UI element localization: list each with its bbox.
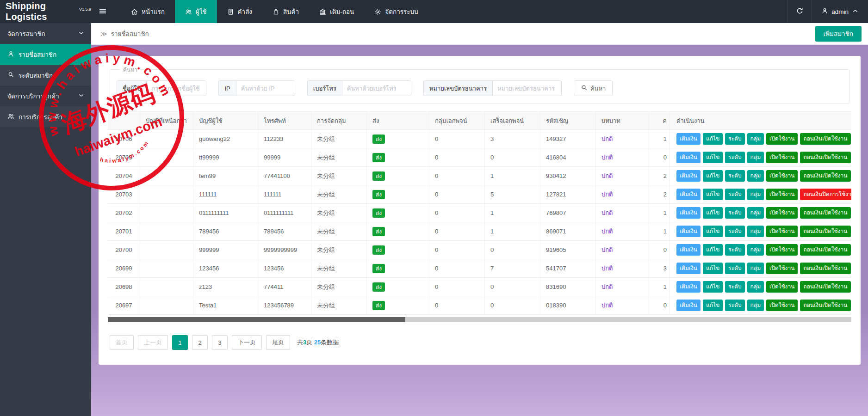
group-button[interactable]: กลุ่ม <box>747 133 764 145</box>
group-button[interactable]: กลุ่ม <box>747 189 764 200</box>
group-button[interactable]: กลุ่ม <box>747 300 764 311</box>
phone-input[interactable] <box>342 80 411 96</box>
sidebar-item-customer-service[interactable]: การบริการลูกค้า <box>0 106 91 127</box>
group-button[interactable]: กลุ่ม <box>747 152 764 163</box>
edit-button[interactable]: แก้ไข <box>703 281 723 293</box>
withdraw-enabled-button[interactable]: ถอนเงินเปิดใช้งาน <box>800 263 850 274</box>
level-button[interactable]: ระดับ <box>725 244 744 256</box>
group-button[interactable]: กลุ่ม <box>747 170 764 182</box>
edit-button[interactable]: แก้ไข <box>703 133 723 145</box>
enable-button[interactable]: เปิดใช้งาน <box>766 263 798 274</box>
pagination-page-3[interactable]: 3 <box>212 335 228 350</box>
enable-button[interactable]: เปิดใช้งาน <box>766 133 798 145</box>
enable-button[interactable]: เปิดใช้งาน <box>766 300 798 311</box>
sidebar-item-member-management[interactable]: จัดการสมาชิก <box>0 23 91 44</box>
topup-button[interactable]: เติมเงิน <box>676 189 701 200</box>
topup-button[interactable]: เติมเงิน <box>676 263 701 274</box>
nav-item-system[interactable]: จัดการระบบ <box>364 0 428 23</box>
nav-item-users[interactable]: ผู้ใช้ <box>175 0 217 23</box>
topup-button[interactable]: เติมเงิน <box>676 244 701 256</box>
level-button[interactable]: ระดับ <box>725 281 744 293</box>
add-member-button[interactable]: เพิ่มสมาชิก <box>815 26 862 42</box>
topup-button[interactable]: เติมเงิน <box>676 133 701 145</box>
edit-button[interactable]: แก้ไข <box>703 170 723 182</box>
edit-button[interactable]: แก้ไข <box>703 263 723 274</box>
nav-item-deposit-withdraw[interactable]: เติม-ถอน <box>309 0 364 23</box>
send-badge[interactable]: ส่ง <box>372 301 385 310</box>
bank-card-input[interactable] <box>492 80 562 96</box>
nav-item-home[interactable]: หน้าแรก <box>121 0 175 23</box>
edit-button[interactable]: แก้ไข <box>703 152 723 163</box>
nav-item-products[interactable]: สินค้า <box>262 0 309 23</box>
level-button[interactable]: ระดับ <box>725 300 744 311</box>
edit-button[interactable]: แก้ไข <box>703 207 723 219</box>
nav-item-orders[interactable]: คำสั่ง <box>217 0 262 23</box>
enable-button[interactable]: เปิดใช้งาน <box>766 189 798 200</box>
group-button[interactable]: กลุ่ม <box>747 226 764 237</box>
topup-button[interactable]: เติมเงิน <box>676 300 701 311</box>
send-badge[interactable]: ส่ง <box>372 264 385 273</box>
sidebar-item-member-list[interactable]: รายชื่อสมาชิก <box>0 44 91 65</box>
enable-button[interactable]: เปิดใช้งาน <box>766 152 798 163</box>
edit-button[interactable]: แก้ไข <box>703 244 723 256</box>
withdraw-enabled-button[interactable]: ถอนเงินเปิดใช้งาน <box>800 207 850 219</box>
withdraw-enabled-button[interactable]: ถอนเงินเปิดใช้งาน <box>800 281 850 293</box>
group-button[interactable]: กลุ่ม <box>747 263 764 274</box>
pagination-prev-button[interactable]: 上一页 <box>138 335 168 350</box>
pagination-next-button[interactable]: 下一页 <box>232 335 262 350</box>
pagination-last-button[interactable]: 尾页 <box>266 335 290 350</box>
username-input[interactable] <box>146 80 206 96</box>
pagination-page-2[interactable]: 2 <box>192 335 208 350</box>
sidebar-item-member-level[interactable]: ระดับสมาชิก <box>0 65 91 86</box>
sidebar-item-customer-service-management[interactable]: จัดการบริการลูกค้า <box>0 86 91 106</box>
enable-button[interactable]: เปิดใช้งาน <box>766 281 798 293</box>
refresh-button[interactable] <box>787 0 812 23</box>
withdraw-disabled-button[interactable]: ถอนเงินปิดการใช้งาน <box>800 189 851 200</box>
level-button[interactable]: ระดับ <box>725 207 744 219</box>
enable-button[interactable]: เปิดใช้งาน <box>766 244 798 256</box>
enable-button[interactable]: เปิดใช้งาน <box>766 226 798 237</box>
edit-button[interactable]: แก้ไข <box>703 300 723 311</box>
send-badge[interactable]: ส่ง <box>372 245 385 255</box>
enable-button[interactable]: เปิดใช้งาน <box>766 207 798 219</box>
level-button[interactable]: ระดับ <box>725 226 744 237</box>
topup-button[interactable]: เติมเงิน <box>676 152 701 163</box>
send-badge[interactable]: ส่ง <box>372 282 385 292</box>
withdraw-enabled-button[interactable]: ถอนเงินเปิดใช้งาน <box>800 170 850 182</box>
topup-button[interactable]: เติมเงิน <box>676 226 701 237</box>
level-button[interactable]: ระดับ <box>725 133 744 145</box>
level-button[interactable]: ระดับ <box>725 263 744 274</box>
withdraw-enabled-button[interactable]: ถอนเงินเปิดใช้งาน <box>800 133 850 145</box>
search-button[interactable]: ค้นหา <box>574 80 613 96</box>
sidebar-toggle-button[interactable] <box>91 0 114 23</box>
pagination-first-button[interactable]: 首页 <box>110 335 134 350</box>
scrollbar-thumb[interactable] <box>108 317 405 322</box>
send-badge[interactable]: ส่ง <box>372 227 385 236</box>
user-menu[interactable]: admin <box>812 0 868 23</box>
edit-button[interactable]: แก้ไข <box>703 189 723 200</box>
group-button[interactable]: กลุ่ม <box>747 207 764 219</box>
withdraw-enabled-button[interactable]: ถอนเงินเปิดใช้งาน <box>800 152 850 163</box>
topup-button[interactable]: เติมเงิน <box>676 170 701 182</box>
level-button[interactable]: ระดับ <box>725 189 744 200</box>
column-header-send: ส่ง <box>367 112 429 129</box>
withdraw-enabled-button[interactable]: ถอนเงินเปิดใช้งาน <box>800 244 850 256</box>
enable-button[interactable]: เปิดใช้งาน <box>766 170 798 182</box>
level-button[interactable]: ระดับ <box>725 170 744 182</box>
send-badge[interactable]: ส่ง <box>372 171 385 181</box>
withdraw-enabled-button[interactable]: ถอนเงินเปิดใช้งาน <box>800 226 850 237</box>
group-button[interactable]: กลุ่ม <box>747 281 764 293</box>
topup-button[interactable]: เติมเงิน <box>676 281 701 293</box>
send-badge[interactable]: ส่ง <box>372 135 385 144</box>
ip-input[interactable] <box>236 80 295 96</box>
topup-button[interactable]: เติมเงิน <box>676 207 701 219</box>
group-button[interactable]: กลุ่ม <box>747 244 764 256</box>
send-badge[interactable]: ส่ง <box>372 153 385 162</box>
edit-button[interactable]: แก้ไข <box>703 226 723 237</box>
withdraw-enabled-button[interactable]: ถอนเงินเปิดใช้งาน <box>800 300 850 311</box>
pagination-page-1[interactable]: 1 <box>172 335 188 350</box>
send-badge[interactable]: ส่ง <box>372 208 385 218</box>
send-badge[interactable]: ส่ง <box>372 190 385 199</box>
level-button[interactable]: ระดับ <box>725 152 744 163</box>
horizontal-scrollbar[interactable] <box>108 317 851 322</box>
